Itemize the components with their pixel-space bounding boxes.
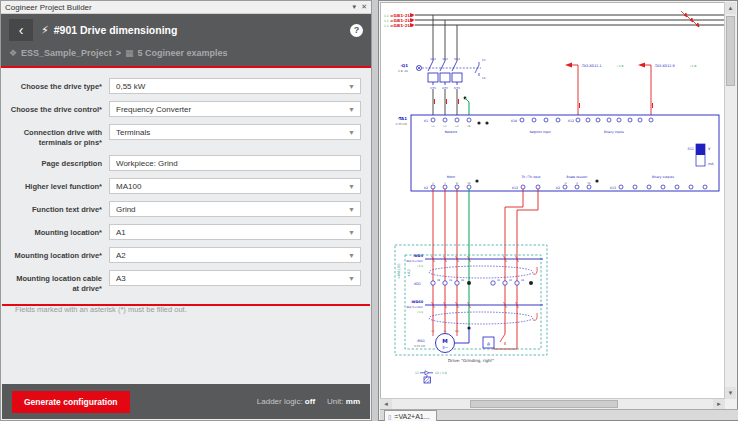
window-titlebar: Cogineer Project Builder ▾ ✕ [1,1,371,14]
motor-wires [433,189,538,349]
x1-pin: L2 [444,125,447,128]
mounting-location-value: A1 [110,228,348,237]
panel-footer: Generate configuration Ladder logic: off… [2,384,370,419]
motor-phase: 3~ [442,345,449,350]
ground-ref: / 1.8 [440,371,447,375]
wd60-spec: 4G1,5+(2x1) [406,306,423,309]
x2brake-pin: +R [563,182,567,185]
phase-wires-in [433,15,457,61]
chevron-down-icon: ▼ [348,129,360,136]
schematic-canvas[interactable]: 1.1 =GB1-2L1 1.1 =GB1-2L2 1.1 =GB1-2L3 [380,2,725,399]
x2brake-pin: PE [588,182,591,185]
x2brake-name: X2 [556,186,560,190]
flash-icon: ⚡ [41,24,49,37]
panel-header: ‹ ⚡ #901 Drive dimensioning ? ❖ ESS_Samp… [1,14,371,68]
vertical-scrollbar[interactable]: ▲ ▼ [724,2,736,399]
drive-type-label: Choose the drive type* [9,78,109,92]
scroll-right-icon[interactable]: ► [713,399,725,409]
help-button[interactable]: ? [350,24,363,37]
chevron-down-icon: ▼ [348,252,360,259]
mounting-location-drive-label: Mounting location drive* [9,247,109,261]
drive-type-value: 0,55 kW [110,82,348,91]
scroll-left-icon[interactable]: ◄ [380,399,392,409]
x12th-name: X12 [512,186,518,190]
close-icon[interactable]: ✕ [361,3,367,11]
form-row: Choose the drive control* Frequency Conv… [9,101,361,117]
x10-name: X10 [511,119,517,123]
scroll-down-icon[interactable]: ▼ [725,387,736,399]
page-title: #901 Drive dimensioning [54,24,350,36]
vertical-scroll-thumb[interactable] [726,16,735,86]
power-buses [415,15,725,25]
connection-select[interactable]: Terminals ▼ [109,124,361,140]
unit-status: Unit: mm [327,397,360,406]
feed-ref-1: / 1.8 [617,64,623,68]
q1-aux-pin: 13 [482,59,486,62]
wd5-spec: 4G1,5+(2x1) [406,260,423,263]
higher-level-function-select[interactable]: MA100 ▼ [109,178,361,194]
bus-ref-2: 1.1 [384,19,389,23]
horizontal-scrollbar[interactable]: ◄ ► [380,398,725,409]
chevron-down-icon: ▼ [348,106,360,113]
form-row: Connection drive with terminals or pins*… [9,124,361,148]
drive-type-select[interactable]: 0,55 kW ▼ [109,78,361,94]
feed-wire-2: -TA3-XD12.9 / 1.8 [638,63,696,119]
xd1-pin: 31 [497,279,501,282]
location-outer-label: =MA100 [397,263,401,279]
chevron-down-icon: ▼ [348,183,360,190]
theta-icon: ϑ [487,342,490,347]
wd5-name: -WD5 [413,254,424,258]
x12th-group-label: Th / Th input [520,175,541,179]
feed-label-2: -TA3-XD12.9 [654,64,675,68]
q1-pin: 1/L1 [430,58,436,61]
minimize-icon[interactable]: ▾ [353,3,357,11]
unit-label: Unit: [327,397,343,406]
connection-value: Terminals [110,128,348,137]
breadcrumb-project[interactable]: ESS_Sample_Project [21,48,112,58]
page-description-label: Page description [9,155,109,169]
grid-icon: ▦ [125,48,134,58]
sheet-tabstrip: ▯ =VA2+A1... [380,409,738,420]
drive-control-select[interactable]: Frequency Converter ▼ [109,101,361,117]
page-description-field-wrap [109,155,361,171]
mounting-location-cable-label: Mounting location cable at drive* [9,270,109,294]
xd1-pin: 30 [461,279,465,282]
feed-ref-2: / 1.8 [690,64,696,68]
ladder-logic-status: Ladder logic: off [257,397,315,406]
scroll-up-icon[interactable]: ▲ [725,2,736,14]
wd60-ref: / 1.8 [417,311,423,314]
breadcrumb-section[interactable]: 5 Cogineer examples [137,48,227,58]
x10-group-label: Setpoint input [529,130,551,134]
schematic-drawing: 1.1 =GB1-2L1 1.1 =GB1-2L2 1.1 =GB1-2L3 [381,3,725,399]
mounting-location-drive-select[interactable]: A2 ▼ [109,247,361,263]
form-row: Mounting location drive* A2 ▼ [9,247,361,263]
x1-pin: PE [468,125,471,128]
x12top-group-label: Binary inputs [604,130,624,134]
page-description-input[interactable] [110,156,360,170]
cable-wd60: -WD60 4G1,5+(2x1) / 1.8 [406,300,543,324]
mounting-location-select[interactable]: A1 ▼ [109,224,361,240]
generate-configuration-button[interactable]: Generate configuration [12,391,130,413]
motor-pin: V1 [443,330,447,333]
chevron-down-icon: ▼ [348,206,360,213]
chevron-down-icon: ▼ [348,229,360,236]
bus-ref-1: 1.1 [384,14,389,18]
motor-letter: M [442,338,447,344]
mounting-location-cable-select[interactable]: A3 ▼ [109,270,361,286]
feed-wire-1: -TA3-XD12.1 / 1.8 [565,63,623,119]
back-button[interactable]: ‹ [9,19,33,41]
horizontal-scroll-thumb[interactable] [470,400,618,408]
ladder-logic-label: Ladder logic: [257,397,303,406]
ground-reference: 11 12 / 1.8 [415,371,447,383]
project-builder-panel: Cogineer Project Builder ▾ ✕ ‹ ⚡ #901 Dr… [0,0,372,421]
sheet-tab[interactable]: ▯ =VA2+A1... [384,410,437,421]
motor-pin: W1 [455,330,459,333]
q1-switch: -Q1 2,8..4A 1/L1 3/L2 5/L3 2/T1 4/T2 6/T… [398,58,486,90]
mounting-location-drive-value: A2 [110,251,348,260]
xd1-name: -XD1 [413,282,421,286]
q1-pin: 3/L2 [442,58,448,61]
x2motor-pin: PE [468,182,471,185]
chevron-down-icon: ▼ [348,83,360,90]
bus-labels: 1.1 =GB1-2L1 1.1 =GB1-2L2 1.1 =GB1-2L3 [384,13,415,28]
function-text-select[interactable]: Grind ▼ [109,201,361,217]
